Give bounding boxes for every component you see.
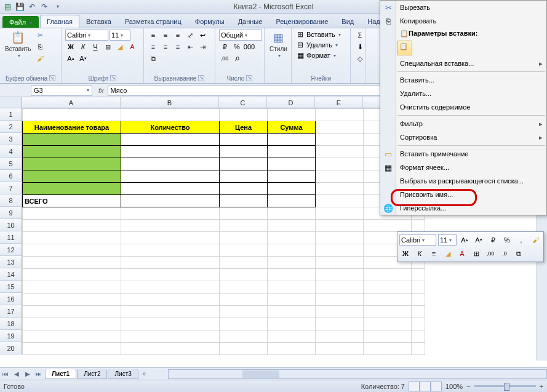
ctx-insert[interactable]: Вставить... xyxy=(380,73,546,87)
row-16[interactable]: 16 xyxy=(0,293,22,305)
cells-delete[interactable]: Удалить xyxy=(306,41,332,49)
row-14[interactable]: 14 xyxy=(0,268,22,281)
grow-font[interactable]: A▴ xyxy=(65,53,76,64)
align-center[interactable]: ≡ xyxy=(160,41,171,52)
mini-shrink[interactable]: A▾ xyxy=(473,234,485,246)
number-format[interactable]: Общий▾ xyxy=(219,30,262,41)
row-6[interactable]: 6 xyxy=(0,170,22,182)
fx-label[interactable]: fx xyxy=(95,87,108,94)
ctx-comment[interactable]: ▭Вставить примечание xyxy=(380,147,546,161)
ctx-filter[interactable]: Фильтр xyxy=(380,117,546,130)
zoom-out[interactable]: − xyxy=(466,383,470,390)
row-11[interactable]: 11 xyxy=(0,231,22,244)
name-box[interactable]: G3▾ xyxy=(31,85,92,96)
col-C[interactable]: C xyxy=(219,97,267,108)
tab-review[interactable]: Рецензирование xyxy=(269,15,335,28)
qat-customize[interactable]: ▾ xyxy=(52,2,62,12)
percent-button[interactable]: % xyxy=(231,41,242,52)
mini-font[interactable]: Calibri▾ xyxy=(399,234,436,246)
mini-percent[interactable]: % xyxy=(501,234,513,246)
cell-A8[interactable]: ВСЕГО xyxy=(23,195,121,207)
ctx-format[interactable]: ▦Формат ячеек... xyxy=(380,161,546,174)
col-B[interactable]: B xyxy=(121,97,219,108)
mini-font-color[interactable]: A xyxy=(456,247,468,260)
col-E[interactable]: E xyxy=(315,97,363,108)
row-2[interactable]: 2 xyxy=(0,121,22,133)
row-3[interactable]: 3 xyxy=(0,133,22,145)
mini-inc-dec[interactable]: ,00 xyxy=(484,247,497,260)
mini-italic[interactable]: К xyxy=(413,247,426,260)
cell-B2[interactable]: Количество xyxy=(121,121,220,134)
row-13[interactable]: 13 xyxy=(0,256,22,268)
italic-button[interactable]: К xyxy=(78,41,89,52)
mini-grow[interactable]: A▴ xyxy=(458,234,471,246)
row-8[interactable]: 8 xyxy=(0,194,22,207)
zoom-in[interactable]: + xyxy=(540,383,543,390)
font-name[interactable]: Calibri▾ xyxy=(65,30,108,41)
ctx-copy[interactable]: ⎘Копировать xyxy=(380,14,546,28)
row-4[interactable]: 4 xyxy=(0,145,22,158)
styles-button[interactable]: ▦ Стили▾ xyxy=(268,30,289,59)
indent-dec[interactable]: ⇤ xyxy=(185,41,196,52)
row-17[interactable]: 17 xyxy=(0,305,22,318)
row-19[interactable]: 19 xyxy=(0,330,22,342)
sheet-tab-3[interactable]: Лист3 xyxy=(108,369,138,379)
mini-format-painter[interactable]: 🖌 xyxy=(529,234,541,246)
horizontal-scrollbar[interactable] xyxy=(168,369,547,379)
comma-button[interactable]: 000 xyxy=(244,41,255,52)
select-all-corner[interactable] xyxy=(0,97,22,108)
inc-decimal[interactable]: ,00 xyxy=(219,53,230,64)
row-9[interactable]: 9 xyxy=(0,207,22,219)
mini-fill[interactable]: ◢ xyxy=(442,247,454,260)
row-10[interactable]: 10 xyxy=(0,219,22,231)
currency-button[interactable]: ₽ xyxy=(219,41,230,52)
align-top[interactable]: ≡ xyxy=(148,30,159,41)
clear-button[interactable]: ◇ xyxy=(354,53,365,64)
view-buttons[interactable] xyxy=(409,382,442,391)
ctx-delete[interactable]: Удалить... xyxy=(380,87,546,100)
align-middle[interactable]: ≡ xyxy=(160,30,171,41)
font-launcher[interactable]: ↘ xyxy=(110,75,116,81)
row-18[interactable]: 18 xyxy=(0,318,22,330)
row-5[interactable]: 5 xyxy=(0,158,22,170)
mini-border[interactable]: ⊞ xyxy=(470,247,482,260)
mini-dec-dec[interactable]: ,0 xyxy=(498,247,511,260)
wrap-text[interactable]: ↩ xyxy=(197,30,208,41)
cells-insert[interactable]: Вставить xyxy=(306,31,335,38)
shrink-font[interactable]: A▾ xyxy=(78,53,89,64)
ctx-sort[interactable]: Сортировка xyxy=(380,130,546,144)
cut-icon[interactable]: ✂ xyxy=(34,30,46,41)
dec-decimal[interactable]: ,0 xyxy=(231,53,242,64)
indent-inc[interactable]: ⇥ xyxy=(197,41,208,52)
tab-insert[interactable]: Вставка xyxy=(79,15,118,28)
cell-C2[interactable]: Цена xyxy=(220,121,268,134)
ctx-define-name[interactable]: Присвоить имя... xyxy=(380,188,546,201)
copy-icon[interactable]: ⎘ xyxy=(34,41,46,52)
align-launcher[interactable]: ↘ xyxy=(198,75,204,81)
nav-last[interactable]: ⏭ xyxy=(33,369,44,380)
underline-button[interactable]: Ч xyxy=(90,41,101,52)
row-20[interactable]: 20 xyxy=(0,342,22,354)
mini-bold[interactable]: Ж xyxy=(399,247,412,260)
ctx-clear[interactable]: Очистить содержимое xyxy=(380,100,546,114)
number-launcher[interactable]: ↘ xyxy=(246,75,252,81)
save-icon[interactable]: 💾 xyxy=(15,2,25,12)
row-7[interactable]: 7 xyxy=(0,182,22,194)
cells[interactable]: Наименование товара Количество Цена Сумм… xyxy=(22,108,425,355)
tab-home[interactable]: Главная xyxy=(40,15,79,28)
nav-first[interactable]: ⏮ xyxy=(0,369,11,380)
font-size[interactable]: 11▾ xyxy=(110,30,130,41)
ctx-hyperlink[interactable]: 🌐Гиперссылка... xyxy=(380,201,546,215)
tab-view[interactable]: Вид xyxy=(335,15,361,28)
undo-icon[interactable]: ↶ xyxy=(27,2,37,12)
autosum-button[interactable]: Σ xyxy=(354,30,365,41)
align-right[interactable]: ≡ xyxy=(172,41,183,52)
format-painter-icon[interactable]: 🖌 xyxy=(34,53,46,64)
cells-format[interactable]: Формат xyxy=(306,52,330,59)
sheet-tab-1[interactable]: Лист1 xyxy=(45,369,76,379)
nav-next[interactable]: ▶ xyxy=(22,369,33,380)
fill-button[interactable]: ⬇ xyxy=(354,41,365,52)
clipboard-launcher[interactable]: ↘ xyxy=(49,75,55,81)
tab-page-layout[interactable]: Разметка страниц xyxy=(118,15,188,28)
mini-align[interactable]: ≡ xyxy=(428,247,440,260)
